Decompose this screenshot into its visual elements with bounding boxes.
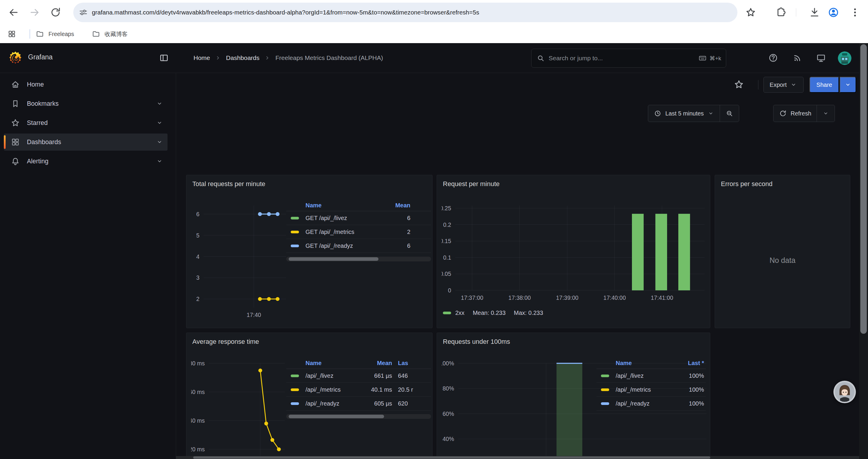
svg-text:17:38:00: 17:38:00	[508, 294, 531, 301]
panel-1: Request per minute00.050.10.150.20.2517:…	[437, 175, 710, 328]
legend-col-header[interactable]: Last *	[676, 360, 704, 366]
svg-text:4: 4	[196, 254, 199, 260]
series-color-dash	[291, 374, 299, 377]
toolbar-separator	[796, 8, 796, 17]
panel-title[interactable]: Requests under 100ms	[437, 333, 710, 346]
browser-toolbar: grafana.mathmast.com/d/deytv4rwavabkb/fr…	[0, 0, 868, 25]
browser-menu-icon[interactable]	[849, 6, 861, 18]
series-name[interactable]: /api/_/metrics	[306, 386, 356, 393]
legend-scrollbar-thumb[interactable]	[289, 257, 378, 261]
bar	[632, 214, 644, 290]
panel-3: Average response time80 ms60 ms40 ms20 m…	[186, 333, 433, 459]
series-name[interactable]: GET /api/_/readyz	[306, 242, 378, 249]
legend-row: GET /api/_/livez6	[286, 211, 431, 225]
series-name[interactable]: /api/_/metrics	[616, 386, 676, 393]
legend-scrollbar-thumb[interactable]	[289, 415, 384, 418]
url-text[interactable]: grafana.mathmast.com/d/deytv4rwavabkb/fr…	[92, 9, 479, 16]
folder-icon	[92, 30, 100, 38]
svg-text:5: 5	[196, 232, 199, 239]
dashboard-canvas: Total requests per minute6543217:40NameM…	[0, 43, 868, 459]
legend-col-name[interactable]: Name	[306, 202, 378, 209]
vertical-scrollbar-thumb[interactable]	[860, 44, 867, 334]
panel-title[interactable]: Total requests per minute	[186, 175, 432, 188]
legend-scrollbar[interactable]	[286, 257, 431, 261]
series-color-dash	[291, 244, 299, 247]
data-point	[267, 212, 271, 216]
legend-table: NameLast */api/_/livez100%/api/_/metrics…	[596, 358, 706, 411]
series-name[interactable]: 2xx	[455, 309, 464, 316]
bookmark-page-icon[interactable]	[745, 6, 756, 18]
series-name[interactable]: GET /api/_/metrics	[306, 229, 378, 235]
assistant-avatar[interactable]	[833, 381, 856, 403]
panel-title[interactable]: Errors per second	[715, 175, 850, 188]
downloads-icon[interactable]	[809, 6, 820, 18]
data-point	[258, 212, 262, 216]
horizontal-scrollbar[interactable]	[176, 456, 859, 459]
legend-col-header[interactable]: Mean	[356, 360, 392, 366]
svg-text:0: 0	[448, 287, 451, 294]
address-bar[interactable]: grafana.mathmast.com/d/deytv4rwavabkb/fr…	[73, 3, 737, 22]
series-value: 6	[378, 242, 410, 249]
legend-row: /api/_/metrics40.1 ms20.5 r	[286, 383, 431, 397]
data-point	[270, 438, 274, 442]
legend-header-row: NameMeanLas	[286, 358, 431, 369]
series-value: 661 µs	[356, 372, 392, 379]
legend-scrollbar[interactable]	[286, 414, 431, 419]
folder-icon	[35, 30, 44, 38]
legend-col-header[interactable]: Las	[398, 360, 431, 366]
panel-0: Total requests per minute6543217:40NameM…	[186, 175, 433, 328]
bookmark-item[interactable]: 收藏博客	[88, 27, 132, 41]
svg-text:0.15: 0.15	[442, 238, 451, 244]
data-point	[267, 297, 271, 301]
series-color-dash	[601, 402, 609, 405]
vertical-scrollbar[interactable]	[859, 43, 868, 459]
chart-plot: 00.050.10.150.20.2517:37:0017:38:0017:39…	[442, 203, 706, 305]
legend-row: /api/_/readyz605 µs620	[286, 397, 431, 411]
bookmark-label: 收藏博客	[104, 30, 128, 38]
series-color-dash	[291, 217, 299, 220]
series-value: 40.1 ms	[356, 386, 392, 393]
bar	[678, 214, 690, 290]
series-name[interactable]: /api/_/livez	[616, 372, 676, 379]
reload-icon[interactable]	[50, 6, 61, 18]
data-point	[258, 369, 262, 372]
chart-area: 00.050.10.150.20.2517:37:0017:38:0017:39…	[442, 203, 706, 305]
series-color-dash	[443, 312, 451, 314]
series-name[interactable]: /api/_/livez	[306, 372, 356, 379]
forward-icon[interactable]	[29, 6, 40, 18]
svg-text:80 ms: 80 ms	[191, 361, 205, 366]
apps-grid-icon[interactable]	[7, 29, 17, 39]
series-value: 605 µs	[356, 400, 392, 407]
bookmark-item[interactable]: Freeleaps	[31, 27, 78, 41]
area-fill	[557, 363, 582, 459]
back-icon[interactable]	[8, 6, 20, 18]
screen: grafana.mathmast.com/d/deytv4rwavabkb/fr…	[0, 0, 868, 459]
panel-title[interactable]: Request per minute	[437, 175, 710, 188]
bookmark-label: Freeleaps	[49, 31, 74, 37]
legend-col-name[interactable]: Name	[616, 360, 676, 366]
svg-text:0.25: 0.25	[442, 205, 451, 211]
svg-text:0.05: 0.05	[442, 270, 451, 277]
data-point	[276, 297, 279, 301]
site-info-icon[interactable]	[79, 8, 88, 17]
extensions-icon[interactable]	[775, 6, 786, 18]
series-value: 100%	[676, 386, 704, 393]
legend-header-row: NameLast *	[596, 358, 706, 369]
panel-title[interactable]: Average response time	[186, 333, 432, 346]
legend-inline: 2xxMean: 0.233Max: 0.233	[443, 309, 543, 316]
series-name[interactable]: /api/_/readyz	[616, 400, 676, 407]
series-name[interactable]: GET /api/_/livez	[306, 215, 378, 222]
panel-4: Requests under 100ms100%80%60%40%20%0%17…	[437, 333, 710, 459]
svg-text:40%: 40%	[442, 436, 454, 442]
legend-header-row: NameMean	[286, 200, 431, 211]
panel-2: Errors per secondNo data	[715, 175, 850, 328]
svg-text:17:39:00: 17:39:00	[556, 294, 579, 301]
legend-col-name[interactable]: Name	[306, 360, 356, 366]
profile-icon[interactable]	[828, 6, 839, 18]
legend-col-header[interactable]: Mean	[378, 202, 410, 209]
series-color-dash	[601, 374, 609, 377]
legend-row: /api/_/metrics100%	[596, 383, 706, 397]
series-name[interactable]: /api/_/readyz	[306, 400, 356, 407]
bookmarks-bar: Freeleaps收藏博客	[0, 25, 868, 43]
horizontal-scrollbar-thumb[interactable]	[193, 456, 710, 459]
